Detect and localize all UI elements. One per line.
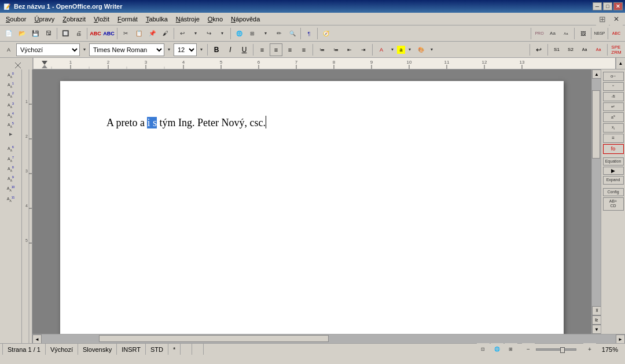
document-content[interactable]: A preto a i s tým Ing. Peter Nový, csc. bbox=[106, 116, 517, 130]
rs-expand-button[interactable]: Expand bbox=[603, 176, 624, 184]
hyperlink-button[interactable]: 🌐 bbox=[233, 27, 245, 40]
zoom-thumb[interactable] bbox=[560, 347, 565, 353]
style-a-icon-4[interactable]: AA3 bbox=[1, 101, 21, 110]
expand-icon[interactable]: ▶ bbox=[1, 130, 21, 138]
cut-button[interactable]: ✂ bbox=[119, 27, 132, 40]
indent-increase-button[interactable]: ⇥ bbox=[357, 43, 370, 56]
style-extra-button[interactable]: S1 bbox=[550, 43, 563, 56]
zoom-out-button[interactable]: − bbox=[522, 343, 535, 356]
rs-sup-button[interactable]: as bbox=[603, 112, 624, 122]
rs-list-button[interactable]: ≡ bbox=[603, 134, 624, 143]
close-doc-icon[interactable]: ✕ bbox=[610, 13, 623, 25]
styles-icon[interactable]: A bbox=[2, 43, 15, 56]
char-bg-arrow[interactable]: ▾ bbox=[428, 43, 435, 56]
nav-button[interactable]: 🧭 bbox=[319, 27, 332, 40]
rs-return-button[interactable]: ↵ bbox=[603, 102, 624, 112]
show-draw-button[interactable]: ✏ bbox=[273, 27, 285, 40]
scroll-track[interactable] bbox=[592, 79, 601, 306]
open-button[interactable]: 📂 bbox=[16, 27, 28, 40]
zoom-level[interactable]: 175% bbox=[597, 346, 623, 353]
align-right-button[interactable]: ≡ bbox=[284, 43, 296, 56]
zoom-track[interactable] bbox=[536, 348, 576, 351]
style-arrow[interactable]: ▾ bbox=[81, 43, 88, 56]
scroll-right-button[interactable]: ► bbox=[616, 334, 625, 343]
rs-expand-arrow[interactable]: ▶ bbox=[603, 167, 624, 175]
aa2-button[interactable]: Aa bbox=[592, 43, 605, 56]
nbsp-btn[interactable]: NBSP bbox=[593, 27, 606, 40]
align-left-button[interactable]: ≡ bbox=[256, 43, 269, 56]
pro-button[interactable]: PRO bbox=[533, 27, 546, 40]
font-color-arrow[interactable]: ▾ bbox=[389, 43, 396, 56]
autospell-button[interactable]: ABC bbox=[102, 27, 115, 40]
h-scroll-track[interactable] bbox=[42, 334, 616, 343]
document-page[interactable]: A preto a i s tým Ing. Peter Nový, csc. bbox=[60, 81, 564, 334]
list-ordered-button[interactable]: ≔ bbox=[315, 43, 328, 56]
font-color-button[interactable]: A bbox=[375, 43, 388, 56]
redo-button[interactable]: ↪ bbox=[203, 27, 215, 40]
font-dropdown[interactable]: Times New Roman bbox=[89, 43, 164, 56]
document-area[interactable]: A preto a i s tým Ing. Peter Nový, csc. bbox=[32, 69, 591, 334]
style-a-icon-10[interactable]: AA9 bbox=[1, 174, 21, 183]
undo-fmt-button[interactable]: ↩ bbox=[532, 43, 545, 56]
scroll-up-button[interactable]: ▲ bbox=[592, 69, 601, 79]
style-a-icon-7[interactable]: AA6 bbox=[1, 144, 21, 153]
highlight-button[interactable]: a bbox=[397, 46, 405, 54]
menu-upravy[interactable]: Úpravy bbox=[31, 14, 58, 24]
new-button[interactable]: 📄 bbox=[2, 27, 15, 40]
ruler-scroll-up[interactable]: ▲ bbox=[616, 58, 625, 69]
menu-soubor[interactable]: Soubor bbox=[2, 14, 30, 24]
font-size-btn2[interactable]: Aa bbox=[560, 27, 572, 40]
select-mode[interactable]: STD bbox=[146, 344, 168, 355]
menu-zobrazit[interactable]: Zobrazit bbox=[59, 14, 89, 24]
insert-mode[interactable]: INSRT bbox=[117, 344, 146, 355]
view-normal-button[interactable]: ⊡ bbox=[477, 343, 490, 356]
italic-button[interactable]: I bbox=[224, 43, 237, 56]
spellcheck-fmt-button[interactable]: SPEZRM bbox=[610, 43, 623, 56]
align-justify-button[interactable]: ≡ bbox=[297, 43, 310, 56]
style-a-icon-8[interactable]: AA7 bbox=[1, 155, 21, 164]
redo-arrow-button[interactable]: ▾ bbox=[216, 27, 229, 40]
rs-eq-button[interactable]: Equation bbox=[603, 157, 624, 166]
char-bg-button[interactable]: 🎨 bbox=[414, 43, 427, 56]
style-a-icon-1[interactable]: AA0 bbox=[1, 71, 21, 80]
style-a-icon-11[interactable]: AA10 bbox=[1, 184, 21, 193]
save-as-button[interactable]: 🖫 bbox=[42, 27, 55, 40]
zoom-in-button[interactable]: + bbox=[583, 343, 596, 356]
view-web-button[interactable]: 🌐 bbox=[491, 343, 503, 356]
style-a-icon-2[interactable]: AA1 bbox=[1, 80, 21, 90]
style-a-icon-9[interactable]: AA8 bbox=[1, 164, 21, 174]
spellcheck-button[interactable]: ABC bbox=[89, 27, 102, 40]
undo-arrow-button[interactable]: ▾ bbox=[189, 27, 202, 40]
zoom-slider[interactable] bbox=[536, 346, 582, 353]
close-button[interactable]: ✕ bbox=[613, 2, 623, 10]
paste-button[interactable]: 📌 bbox=[146, 27, 159, 40]
style-a-icon-5[interactable]: AA4 bbox=[1, 111, 21, 120]
minimize-button[interactable]: ─ bbox=[593, 2, 602, 10]
abc-cd-btn[interactable]: ABC bbox=[610, 27, 623, 40]
menu-tabulka[interactable]: Tabulka bbox=[142, 14, 171, 24]
scroll-down-button[interactable]: ▼ bbox=[592, 325, 601, 334]
table-button[interactable]: ⊞ bbox=[246, 27, 259, 40]
rs-abcd-button[interactable]: AB+CD bbox=[603, 197, 624, 211]
rs-sub-button[interactable]: xi bbox=[603, 123, 624, 133]
aa-button[interactable]: Aa bbox=[578, 43, 591, 56]
screenshot-btn[interactable]: 🖼 bbox=[576, 27, 589, 40]
save-button[interactable]: 💾 bbox=[29, 27, 42, 40]
help-icon[interactable]: ⊞ bbox=[596, 13, 609, 25]
style-a-icon-3[interactable]: AA2 bbox=[1, 90, 21, 100]
style-extra2-button[interactable]: S2 bbox=[564, 43, 577, 56]
align-center-button[interactable]: ≡ bbox=[270, 43, 282, 56]
rs-red-button[interactable]: fo bbox=[603, 144, 624, 154]
scroll-left-button[interactable]: ◄ bbox=[32, 334, 42, 343]
style-dropdown[interactable]: Výchozí bbox=[16, 43, 80, 56]
format-paint-button[interactable]: 🖌 bbox=[159, 27, 172, 40]
scroll-thumb[interactable] bbox=[592, 90, 600, 159]
highlight-arrow[interactable]: ▾ bbox=[406, 43, 413, 56]
font-size-btn[interactable]: Aa bbox=[546, 27, 559, 40]
copy-button[interactable]: 📋 bbox=[133, 27, 145, 40]
view-full-button[interactable]: ⊞ bbox=[505, 343, 517, 356]
find-button[interactable]: 🔍 bbox=[286, 27, 299, 40]
size-arrow[interactable]: ▾ bbox=[198, 43, 205, 56]
menu-nastroje[interactable]: Nástroje bbox=[172, 14, 203, 24]
nonprinting-button[interactable]: ¶ bbox=[303, 27, 315, 40]
